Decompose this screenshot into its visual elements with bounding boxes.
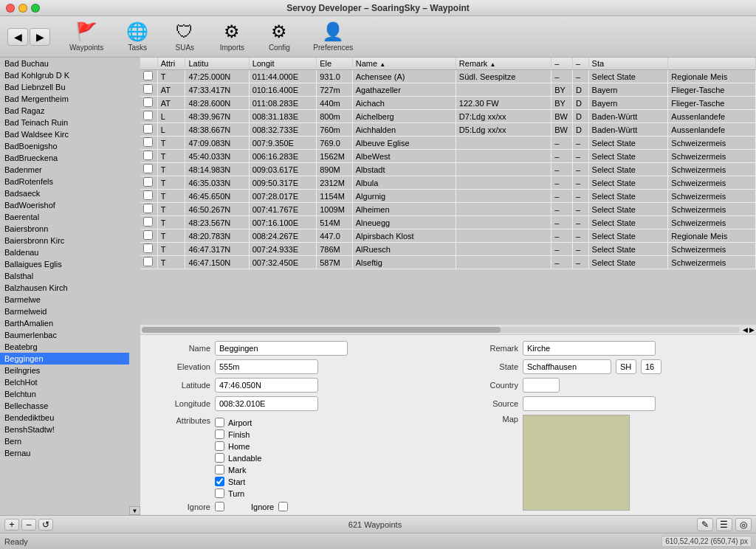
state-num-input[interactable] bbox=[641, 359, 662, 374]
sidebar-item[interactable]: Badenmer bbox=[0, 164, 129, 176]
sidebar-item[interactable]: Barmelwe bbox=[0, 294, 129, 305]
sidebar-item[interactable]: Bellechasse bbox=[0, 400, 129, 412]
col-header-name[interactable]: Name ▲ bbox=[352, 58, 456, 70]
attribute-checkbox-home[interactable] bbox=[215, 441, 224, 451]
table-row[interactable]: T 46:47.150N 007:32.450E 587M Alseftig –… bbox=[140, 256, 756, 269]
table-row[interactable]: T 46:35.033N 009:50.317E 2312M Albula – … bbox=[140, 176, 756, 190]
table-row[interactable]: T 46:50.267N 007:41.767E 1009M Alheimen … bbox=[140, 203, 756, 216]
forward-button[interactable]: ▶ bbox=[30, 28, 50, 46]
remark-input[interactable] bbox=[523, 341, 656, 356]
row-checkbox[interactable] bbox=[143, 164, 153, 173]
sidebar-scroll-down[interactable]: ▼ bbox=[129, 506, 140, 515]
row-checkbox[interactable] bbox=[143, 137, 153, 147]
row-checkbox[interactable] bbox=[143, 217, 153, 227]
ignore-checkbox[interactable] bbox=[215, 502, 224, 511]
sidebar-item[interactable]: Bad Buchau bbox=[0, 58, 129, 69]
sidebar-item[interactable]: Bad Mergentheim bbox=[0, 93, 129, 105]
sidebar-item[interactable]: Baumerlenbac bbox=[0, 329, 129, 341]
table-scrollbar-h[interactable]: ◀ ▶ bbox=[140, 324, 756, 334]
latitude-input[interactable] bbox=[215, 378, 318, 393]
attribute-checkbox-mark[interactable] bbox=[215, 465, 224, 474]
table-row[interactable]: T 48:14.983N 009:03.617E 890M Albstadt –… bbox=[140, 163, 756, 176]
sidebar-item[interactable]: Beatebrg bbox=[0, 341, 129, 353]
attribute-checkbox-landable[interactable] bbox=[215, 453, 224, 463]
remove-button[interactable]: – bbox=[21, 519, 36, 531]
col-header-d1[interactable]: – bbox=[551, 58, 573, 70]
attribute-checkbox-start[interactable] bbox=[215, 477, 224, 486]
elevation-input[interactable] bbox=[215, 359, 318, 374]
state-abbr-input[interactable] bbox=[616, 359, 636, 374]
window-controls[interactable] bbox=[6, 4, 40, 13]
sidebar-item[interactable]: Ballaigues Eglis bbox=[0, 258, 129, 270]
sidebar-item[interactable]: Balsthal bbox=[0, 270, 129, 282]
source-input[interactable] bbox=[523, 396, 656, 411]
map-view-button[interactable]: ◎ bbox=[735, 518, 752, 531]
sidebar-item[interactable]: Bern bbox=[0, 435, 129, 447]
sidebar-item[interactable]: Badsaeck bbox=[0, 187, 129, 199]
toolbar-preferences[interactable]: 👤 Preferences bbox=[304, 18, 362, 55]
row-checkbox[interactable] bbox=[143, 151, 153, 160]
table-row[interactable]: T 46:45.650N 007:28.017E 1154M Algurnig … bbox=[140, 190, 756, 203]
row-checkbox[interactable] bbox=[143, 257, 153, 266]
sidebar-item[interactable]: Baerental bbox=[0, 211, 129, 223]
add-button[interactable]: + bbox=[4, 519, 19, 531]
sidebar-item[interactable]: Beilngries bbox=[0, 365, 129, 376]
toolbar-tasks[interactable]: 🌐 Tasks bbox=[115, 18, 159, 55]
row-checkbox[interactable] bbox=[143, 244, 153, 253]
row-checkbox[interactable] bbox=[143, 111, 153, 120]
sidebar-list[interactable]: Bad BuchauBad Kohlgrub D KBad Liebnzell … bbox=[0, 58, 129, 515]
toolbar-config[interactable]: ⚙ Config bbox=[257, 18, 301, 55]
table-row[interactable]: L 48:38.667N 008:32.733E 760m Aichhalden… bbox=[140, 123, 756, 137]
sidebar-item[interactable]: BenshStadtw! bbox=[0, 424, 129, 435]
col-header-extra[interactable] bbox=[668, 58, 756, 70]
sidebar-item[interactable]: BadBoenigsho bbox=[0, 140, 129, 152]
row-checkbox[interactable] bbox=[143, 204, 153, 213]
sidebar-item[interactable]: Bad Waldsee Kirc bbox=[0, 128, 129, 140]
sidebar-item[interactable]: Bendediktbeu bbox=[0, 412, 129, 424]
attribute-checkbox-finish[interactable] bbox=[215, 429, 224, 439]
sidebar-item[interactable]: Barmelweid bbox=[0, 305, 129, 317]
row-checkbox[interactable] bbox=[143, 177, 153, 187]
sidebar-item[interactable]: Bad Teinach Ruin bbox=[0, 117, 129, 128]
sidebar-item[interactable]: Belchtun bbox=[0, 388, 129, 400]
table-row[interactable]: T 47:09.083N 007:9.350E 769.0 Albeuve Eg… bbox=[140, 137, 756, 150]
col-header-remark[interactable]: Remark ▲ bbox=[456, 58, 551, 70]
sidebar-item[interactable]: Balzhausen Kirch bbox=[0, 282, 129, 294]
bottom-action-buttons[interactable]: + – ↺ bbox=[4, 519, 53, 531]
attribute-checkbox-turn[interactable] bbox=[215, 488, 224, 498]
toolbar-imports[interactable]: ⚙ Imports bbox=[210, 18, 254, 55]
sidebar-item[interactable]: BadRotenfels bbox=[0, 176, 129, 187]
sidebar-item[interactable]: BarthAmalien bbox=[0, 317, 129, 329]
row-checkbox[interactable] bbox=[143, 124, 153, 134]
col-header-lon[interactable]: Longit bbox=[249, 58, 317, 70]
sidebar-item[interactable]: Bad Ragaz bbox=[0, 105, 129, 117]
sidebar-item[interactable]: BelchHot bbox=[0, 376, 129, 388]
back-button[interactable]: ◀ bbox=[7, 28, 28, 46]
sidebar-item[interactable]: Baldenau bbox=[0, 246, 129, 258]
table-row[interactable]: T 47:25.000N 011:44.000E 931.0 Achensee … bbox=[140, 70, 756, 83]
view-buttons[interactable]: ✎ ☰ ◎ bbox=[697, 518, 752, 531]
row-checkbox[interactable] bbox=[143, 190, 153, 200]
edit-view-button[interactable]: ✎ bbox=[697, 518, 713, 531]
state-input[interactable] bbox=[523, 359, 611, 374]
table-row[interactable]: T 45:40.033N 006:16.283E 1562M AlbeWest … bbox=[140, 150, 756, 163]
row-checkbox[interactable] bbox=[143, 230, 153, 240]
sidebar-item[interactable]: BadWoerishof bbox=[0, 199, 129, 211]
row-checkbox[interactable] bbox=[143, 84, 153, 94]
sidebar-item[interactable]: Baiersbronn bbox=[0, 223, 129, 235]
action-button[interactable]: ↺ bbox=[38, 519, 53, 531]
sidebar-item[interactable]: BadBrueckena bbox=[0, 152, 129, 164]
col-header-checkbox[interactable] bbox=[140, 58, 157, 70]
nav-buttons[interactable]: ◀ ▶ bbox=[7, 28, 50, 46]
maximize-button[interactable] bbox=[31, 4, 40, 13]
ignore-checkbox2[interactable] bbox=[278, 502, 288, 511]
toolbar-suas[interactable]: 🛡 SUAs bbox=[162, 18, 207, 55]
waypoints-table-container[interactable]: Attri Latitu Longit Ele Name ▲ Remark ▲ … bbox=[140, 58, 756, 324]
col-header-ele[interactable]: Ele bbox=[317, 58, 353, 70]
minimize-button[interactable] bbox=[18, 4, 27, 13]
sidebar-item[interactable]: Bad Liebnzell Bu bbox=[0, 81, 129, 93]
table-row[interactable]: AT 47:33.417N 010:16.400E 727m Agathazel… bbox=[140, 83, 756, 97]
col-header-state[interactable]: Sta bbox=[588, 58, 668, 70]
col-header-lat[interactable]: Latitu bbox=[185, 58, 249, 70]
longitude-input[interactable] bbox=[215, 396, 318, 411]
